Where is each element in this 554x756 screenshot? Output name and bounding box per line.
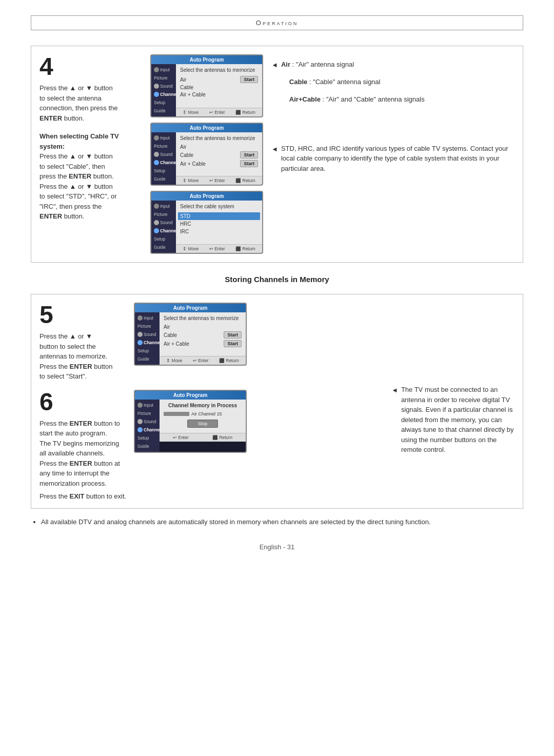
tv-antenna-aircable-2: Air + Cable Start (180, 160, 258, 167)
tv-content-1: Select the antennas to memorize Air Star… (176, 64, 262, 108)
tv-screen-6: Auto Program Input Picture (134, 390, 247, 453)
step6-text: Press the ENTER button to start the auto… (39, 419, 127, 489)
sidebar-item-sound-5: Sound (136, 331, 159, 338)
stop-button[interactable]: Stop (187, 420, 218, 428)
channel-icon-1 (154, 92, 159, 97)
channel-icon-3 (154, 228, 159, 233)
tv-cable-std: STD (178, 212, 260, 220)
annotation-bullet-6: ◄ (391, 385, 398, 396)
sidebar-item-input-2: Input (152, 134, 175, 142)
step6-screen-col: Auto Program Input Picture (134, 390, 381, 501)
input-icon-6 (137, 403, 143, 408)
sidebar-item-picture-3: Picture (152, 211, 175, 218)
tv-screen-2: Auto Program Input Picture (150, 123, 263, 186)
step4-left: 4 Press the ▲ or ▼ button to select the … (39, 54, 142, 254)
sidebar-item-guide-1: Guide (152, 107, 175, 114)
page-number: English - 31 (31, 543, 523, 551)
tv-sidebar-1: Input Picture Sound Channel (151, 64, 176, 116)
tv-start-aircable-2[interactable]: Start (240, 160, 258, 167)
tv-screen-5: Auto Program Input Picture (134, 303, 247, 366)
storing-channels-title: Storing Channels in Memory (31, 275, 523, 284)
tv-antenna-cable-2: Cable Start (180, 151, 258, 158)
input-icon (154, 67, 159, 72)
annotation-air: ◄ Air : "Air" antenna signal (271, 59, 515, 71)
tv-footer-2: ⇕ Move ↩ Enter ⬛ Return (176, 176, 262, 185)
step6-number: 6 (39, 390, 127, 414)
step5-text-col: 5 Press the ▲ or ▼ button to select the … (39, 303, 127, 382)
step4-cable-text: When selecting Cable TV system: Press th… (39, 131, 142, 222)
tv-start-air-1[interactable]: Start (240, 76, 258, 83)
sidebar-item-guide-3: Guide (152, 244, 175, 251)
sound-icon-3 (154, 220, 159, 225)
sidebar-item-channel-6: Channel (136, 426, 159, 433)
annotation-aircable: Air+Cable : "Air" and "Cable" antenna si… (271, 94, 515, 106)
sidebar-item-sound-1: Sound (152, 83, 175, 90)
input-icon-2 (154, 135, 159, 141)
tv-footer-5: ⇕ Move ↩ Enter ⬛ Return (160, 356, 246, 365)
annotation-stdhrc: ◄ STD, HRC, and IRC identify various typ… (271, 144, 515, 174)
tv-antenna-aircable-5: Air + Cable Start (164, 340, 242, 347)
tv-antenna-air-5: Air (164, 324, 242, 330)
input-icon-3 (154, 204, 159, 209)
annotation-cable: Cable : "Cable" antenna signal (271, 77, 515, 88)
sidebar-item-sound-2: Sound (152, 151, 175, 158)
header-title: Operation (256, 19, 298, 27)
tv-title-1: Auto Program (151, 55, 262, 64)
annotation-text-6: The TV must be connected to an antenna i… (401, 385, 515, 455)
annotation-step6-spacer: ◄ The TV must be connected to an antenna… (391, 385, 515, 455)
tv-title-6: Auto Program (135, 391, 246, 400)
sidebar-item-picture: Picture (152, 74, 175, 82)
tv-start-aircable-5[interactable]: Start (224, 340, 242, 347)
tv-subtitle-2: Select the antennas to memorize (180, 135, 258, 141)
tv-screen-1: Auto Program Input Picture (150, 54, 263, 117)
tv-sidebar-5: Input Picture Sound (135, 312, 160, 365)
sidebar-item-setup-6: Setup (136, 434, 159, 442)
channel-icon-2 (154, 160, 159, 165)
step4-screens: Auto Program Input Picture (150, 54, 263, 254)
annotation-tv-connected: ◄ The TV must be connected to an antenna… (391, 385, 515, 455)
tv-title-2: Auto Program (151, 124, 262, 132)
tv-sidebar-2: Input Picture Sound Channel (151, 132, 176, 185)
sidebar-item-channel-1: Channel (152, 91, 175, 98)
tv-sidebar-3: Input Picture Sound Channel (151, 201, 176, 253)
tv-body-5: Input Picture Sound (135, 312, 246, 365)
tv-screen-3: Auto Program Input Picture (150, 191, 263, 254)
sidebar-item-picture-6: Picture (136, 410, 159, 417)
bottom-note: All available DTV and analog channels ar… (31, 517, 523, 528)
sidebar-item-input-6: Input (136, 402, 159, 409)
step56-row: 5 Press the ▲ or ▼ button to select the … (39, 303, 515, 500)
step6-text-col: 6 Press the ENTER button to start the au… (39, 390, 127, 501)
tv-antenna-air-2: Air (180, 144, 258, 150)
input-icon-5 (137, 315, 143, 321)
tv-subtitle-3: Select the cable system (180, 204, 258, 209)
air-label: Air (281, 61, 290, 68)
step6-block: 6 Press the ENTER button to start the au… (39, 390, 381, 501)
sidebar-item-input-3: Input (152, 203, 175, 210)
tv-content-2: Select the antennas to memorize Air Cabl… (176, 132, 262, 176)
tv-main-1: Select the antennas to memorize Air Star… (176, 64, 262, 116)
tv-footer-3: ⇕ Move ↩ Enter ⬛ Return (176, 244, 262, 253)
sound-icon-5 (137, 332, 143, 337)
channel-memory-title: Channel Memory in Process (164, 403, 242, 408)
tv-start-cable-2[interactable]: Start (240, 151, 258, 158)
sidebar-item-guide-5: Guide (136, 355, 159, 363)
step4-annotations: ◄ Air : "Air" antenna signal Cable : "Ca… (271, 54, 515, 254)
sidebar-item-sound-6: Sound (136, 418, 159, 425)
sidebar-item-input-5: Input (136, 314, 159, 322)
sidebar-item-guide-6: Guide (136, 443, 159, 450)
tv-main-6: Channel Memory in Process Air Channel 15… (160, 400, 246, 452)
sidebar-item-channel-2: Channel (152, 159, 175, 166)
sound-icon-1 (154, 84, 159, 89)
step4-box: 4 Press the ▲ or ▼ button to select the … (31, 46, 523, 263)
page-header: Operation (31, 15, 523, 30)
tv-start-cable-5[interactable]: Start (224, 331, 242, 339)
sidebar-item-guide-2: Guide (152, 175, 175, 183)
step5-screen-col: Auto Program Input Picture (134, 303, 381, 382)
sidebar-item-input: Input (152, 66, 175, 73)
sound-icon-6 (137, 419, 143, 424)
tv-footer-1: ⇕ Move ↩ Enter ⬛ Return (176, 108, 262, 116)
tv-subtitle-1: Select the antennas to memorize (180, 67, 258, 73)
step5-number: 5 (39, 303, 127, 327)
aircable-label: Air+Cable (289, 95, 321, 103)
tv-sidebar-6: Input Picture Sound (135, 400, 160, 452)
